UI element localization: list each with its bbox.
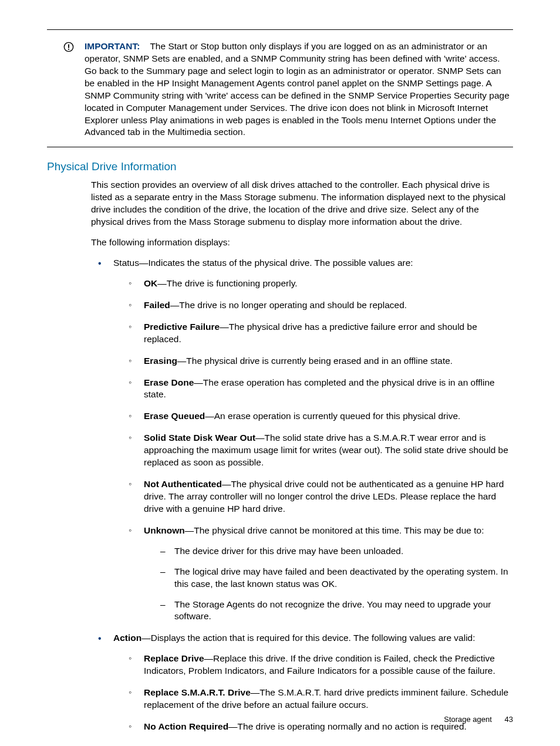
status-values-list: OK—The drive is functioning properly. Fa…	[124, 278, 513, 623]
status-desc: —The drive is no longer operating and sh…	[170, 300, 407, 310]
unknown-sublist: The device driver for this drive may hav…	[154, 545, 513, 623]
unknown-sub-item: The logical drive may have failed and be…	[154, 566, 513, 590]
intro-paragraph-2: The following information displays:	[91, 237, 513, 249]
status-desc: —The drive is functioning properly.	[157, 278, 297, 288]
action-lead-desc: —Displays the action that is required fo…	[141, 633, 475, 643]
status-term: Solid State Disk Wear Out	[144, 433, 255, 443]
important-label: IMPORTANT:	[85, 41, 140, 51]
status-term: Predictive Failure	[144, 322, 220, 332]
status-item: Solid State Disk Wear Out—The solid stat…	[124, 432, 513, 469]
action-item: Replace Drive—Replace this drive. If the…	[124, 653, 513, 677]
intro-paragraph-1: This section provides an overview of all…	[91, 179, 513, 228]
action-lead-term: Action	[113, 633, 141, 643]
status-item: OK—The drive is functioning properly.	[124, 278, 513, 290]
status-term: Erase Done	[144, 377, 194, 387]
action-desc: —The drive is operating normally and no …	[228, 721, 467, 731]
important-body: The Start or Stop button only displays i…	[85, 41, 510, 137]
unknown-sub-item: The Storage Agents do not recognize the …	[154, 599, 513, 623]
svg-rect-1	[68, 45, 69, 48]
action-term: No Action Required	[144, 721, 228, 731]
status-item: Failed—The drive is no longer operating …	[124, 299, 513, 312]
status-item: Erasing—The physical drive is currently …	[124, 355, 513, 367]
important-icon	[63, 42, 75, 55]
body-content: This section provides an overview of all…	[91, 179, 513, 733]
status-term: Unknown	[144, 525, 185, 535]
status-term: Not Authenticated	[144, 479, 222, 489]
svg-rect-2	[68, 49, 69, 50]
top-bullet-list: Status—Indicates the status of the physi…	[91, 257, 513, 733]
status-item: Not Authenticated—The physical drive cou…	[124, 478, 513, 515]
status-desc: —An erase operation is currently queued …	[205, 411, 460, 421]
status-item: Predictive Failure—The physical drive ha…	[124, 321, 513, 346]
status-term: Erase Queued	[144, 411, 205, 421]
status-term: OK	[144, 278, 157, 288]
important-note: IMPORTANT: The Start or Stop button only…	[47, 29, 513, 147]
footer-page-number: 43	[505, 715, 513, 724]
status-item-unknown: Unknown—The physical drive cannot be mon…	[124, 525, 513, 623]
status-desc: —The physical drive cannot be monitored …	[185, 525, 484, 535]
action-item: Replace S.M.A.R.T. Drive—The S.M.A.R.T. …	[124, 687, 513, 711]
document-page: IMPORTANT: The Start or Stop button only…	[0, 0, 560, 746]
status-term: Erasing	[144, 356, 177, 366]
important-text: IMPORTANT: The Start or Stop button only…	[85, 40, 513, 139]
status-lead: Status—Indicates the status of the physi…	[113, 258, 413, 268]
status-desc: —The erase operation has completed and t…	[144, 377, 495, 400]
footer-section: Storage agent	[444, 715, 492, 724]
page-footer: Storage agent 43	[444, 715, 513, 724]
status-desc: —The physical drive is currently being e…	[177, 356, 453, 366]
unknown-sub-item: The device driver for this drive may hav…	[154, 545, 513, 558]
status-bullet: Status—Indicates the status of the physi…	[91, 257, 513, 623]
action-term: Replace Drive	[144, 653, 204, 663]
section-heading: Physical Drive Information	[47, 160, 513, 173]
action-term: Replace S.M.A.R.T. Drive	[144, 687, 251, 697]
status-item: Erase Queued—An erase operation is curre…	[124, 410, 513, 423]
status-item: Erase Done—The erase operation has compl…	[124, 377, 513, 401]
status-term: Failed	[144, 300, 170, 310]
